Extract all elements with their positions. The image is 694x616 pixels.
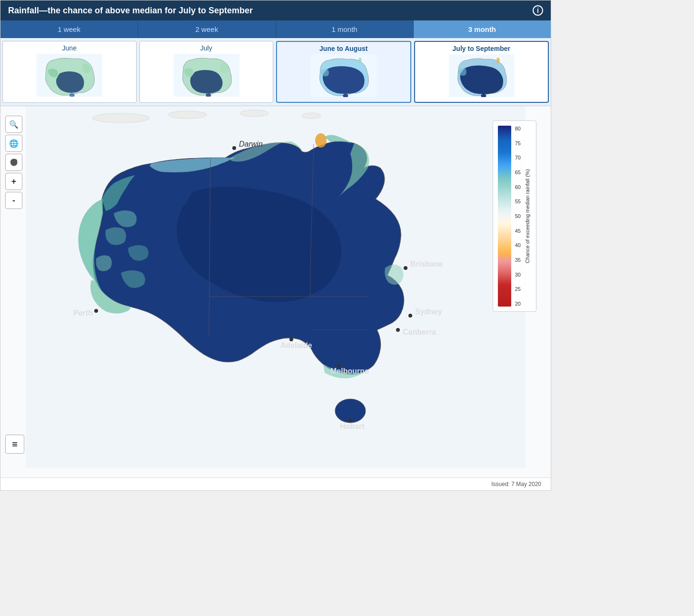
svg-point-13: [240, 110, 268, 117]
legend-value-55: 55: [515, 199, 521, 204]
map-container: Darwin Brisbane Perth Sydney Canberra: [0, 106, 551, 477]
thumb-july-map: [143, 54, 270, 97]
legend-value-60: 60: [515, 184, 521, 190]
thumb-july-september[interactable]: July to September: [414, 41, 549, 103]
app-container: Rainfall—the chance of above median for …: [0, 0, 551, 491]
svg-text:Brisbane: Brisbane: [410, 260, 443, 268]
legend-labels: 80 75 70 65 60 55 50 45 40 35 30 25 20: [515, 126, 521, 307]
tab-1week[interactable]: 1 week: [0, 20, 138, 38]
svg-text:Canberra: Canberra: [403, 328, 436, 336]
layers-button[interactable]: ≡: [5, 435, 24, 454]
svg-point-21: [232, 146, 236, 150]
zoom-out-button[interactable]: -: [5, 192, 22, 209]
globe-button[interactable]: 🌐: [5, 135, 22, 152]
main-area: 🔍 🌐 + -: [0, 106, 551, 477]
legend-value-40: 40: [515, 242, 521, 248]
thumb-june[interactable]: June: [2, 41, 137, 103]
footer: Issued: 7 May 2020: [0, 477, 551, 490]
svg-text:Sydney: Sydney: [415, 308, 442, 316]
australia-button[interactable]: [5, 154, 22, 171]
thumbnail-row: June July: [0, 38, 551, 106]
tab-3month[interactable]: 3 month: [414, 20, 551, 38]
bottom-toolbar: ≡: [5, 435, 24, 454]
tab-1month[interactable]: 1 month: [276, 20, 414, 38]
main-map-svg: Darwin Brisbane Perth Sydney Canberra: [0, 106, 551, 468]
svg-point-25: [94, 309, 98, 313]
legend-value-45: 45: [515, 228, 521, 234]
legend-value-75: 75: [515, 140, 521, 146]
thumb-june-label: June: [6, 44, 133, 52]
svg-point-6: [358, 58, 362, 63]
tab-2week[interactable]: 2 week: [138, 20, 276, 38]
thumb-july[interactable]: July: [139, 41, 274, 103]
thumb-june-august-label: June to August: [280, 45, 407, 52]
svg-point-27: [408, 314, 412, 318]
svg-point-11: [92, 113, 149, 123]
tab-row: 1 week 2 week 1 month 3 month: [0, 20, 551, 38]
header: Rainfall—the chance of above median for …: [0, 0, 551, 20]
legend-value-20: 20: [515, 301, 521, 307]
legend-gradient: [498, 126, 511, 307]
thumb-july-september-label: July to September: [418, 45, 545, 52]
thumb-july-september-map: [418, 54, 545, 97]
svg-text:Melbourne: Melbourne: [330, 367, 369, 375]
thumb-june-map: [6, 54, 133, 97]
svg-text:Adelaide: Adelaide: [280, 341, 312, 349]
legend-value-70: 70: [515, 155, 521, 160]
legend-bar: [498, 126, 511, 307]
svg-point-31: [289, 338, 293, 341]
svg-point-15: [315, 133, 327, 148]
issued-date: Issued: 7 May 2020: [491, 481, 541, 487]
legend-title: Chance of exceeding median rainfall (%): [525, 169, 530, 263]
svg-point-29: [396, 328, 400, 332]
svg-point-36: [348, 418, 352, 422]
thumb-july-label: July: [143, 44, 270, 52]
legend: 80 75 70 65 60 55 50 45 40 35 30 25 20 C…: [493, 120, 536, 312]
page-title: Rainfall—the chance of above median for …: [8, 6, 253, 16]
info-icon[interactable]: i: [533, 5, 543, 16]
search-button[interactable]: 🔍: [5, 116, 22, 133]
legend-value-30: 30: [515, 272, 521, 278]
legend-value-35: 35: [515, 257, 521, 263]
thumb-june-august[interactable]: June to August: [276, 41, 411, 103]
svg-point-12: [169, 111, 207, 119]
legend-value-80: 80: [515, 126, 521, 131]
left-toolbar: 🔍 🌐 + -: [5, 116, 22, 209]
zoom-in-button[interactable]: +: [5, 173, 22, 190]
svg-text:Perth: Perth: [73, 309, 93, 317]
legend-value-25: 25: [515, 286, 521, 292]
svg-point-14: [302, 113, 321, 119]
svg-text:Hobart: Hobart: [340, 422, 365, 430]
svg-text:Darwin: Darwin: [239, 140, 263, 148]
thumb-june-august-map: [280, 54, 407, 97]
svg-point-9: [496, 58, 499, 63]
svg-point-23: [404, 266, 407, 270]
legend-value-65: 65: [515, 169, 521, 175]
legend-value-50: 50: [515, 213, 521, 219]
